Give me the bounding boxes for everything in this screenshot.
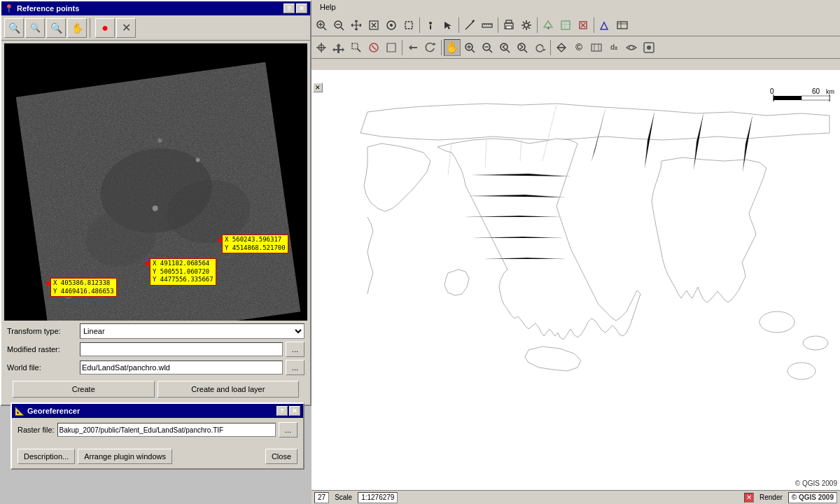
satellite-image	[16, 62, 301, 347]
qgis-menubar: Help	[312, 0, 840, 14]
qgis-toolbar-1: +	[312, 14, 840, 36]
raster-browse-btn[interactable]: ...	[279, 422, 298, 438]
map-svg: 0 60 km	[312, 70, 840, 504]
tb-add-vector[interactable]: +	[540, 17, 556, 34]
world-file-label: World file:	[7, 363, 77, 372]
ref-window-icon: 📍	[4, 4, 14, 13]
svg-point-57	[500, 43, 507, 50]
tb-digitize[interactable]	[596, 17, 613, 34]
svg-rect-36	[561, 21, 570, 29]
toolbar-sep-2	[419, 18, 420, 33]
svg-rect-67	[592, 44, 601, 51]
tb-sep-8	[441, 40, 442, 55]
georef-content: Raster file: ...	[12, 418, 303, 446]
tb-print[interactable]	[500, 17, 517, 34]
tb-measure[interactable]	[461, 17, 478, 34]
tb-zoom-rect[interactable]	[348, 39, 365, 56]
close-btn[interactable]: Close	[265, 449, 298, 464]
tb-pan[interactable]	[348, 17, 365, 34]
panel-close-btn[interactable]: ✕	[313, 83, 323, 92]
svg-rect-40	[617, 22, 627, 29]
qgis-logo-area: © QGIS 2009	[788, 492, 837, 503]
svg-line-63	[520, 45, 523, 47]
scale-label: Scale	[332, 493, 355, 501]
svg-point-18	[390, 24, 393, 27]
georef-close-btn[interactable]: ✕	[289, 406, 300, 416]
modified-raster-input[interactable]	[80, 342, 283, 356]
tb-plugin-1[interactable]	[553, 39, 570, 56]
menu-help[interactable]: Help	[314, 1, 342, 13]
ref-help-btn[interactable]: ?	[284, 4, 295, 13]
stop-render-btn[interactable]: ✕	[744, 493, 754, 503]
coordinate-display: 27	[314, 492, 329, 503]
pan-btn[interactable]: ✋	[67, 18, 87, 38]
gcp-label-2: X 491182.068564 Y 500551.060720 Y 447755…	[150, 258, 216, 286]
ref-close-btn[interactable]: ✕	[296, 4, 307, 13]
qgis-logo: © QGIS 2009	[792, 493, 834, 501]
tb-zoom-layer[interactable]	[383, 17, 400, 34]
world-file-input[interactable]	[80, 360, 283, 374]
tb-snap[interactable]	[405, 39, 421, 56]
svg-point-70	[629, 46, 634, 50]
ref-toolbar: 🔍 🔍 🔍 ✋ ● ✕	[1, 15, 310, 41]
tb-ruler[interactable]	[479, 17, 496, 34]
tb-add-raster[interactable]	[557, 17, 574, 34]
tb-zoom-out[interactable]	[330, 17, 347, 34]
status-bar: 27 Scale 1:1276279 ✕ Render © QGIS 2009	[312, 490, 840, 504]
tb-zoom-in[interactable]	[313, 17, 330, 34]
tb-zoom-in-2[interactable]	[461, 39, 478, 56]
svg-line-55	[489, 50, 492, 52]
create-row: Create Create and load layer	[7, 378, 304, 402]
tb-plugin-6[interactable]	[640, 39, 657, 56]
tb-settings[interactable]	[518, 17, 535, 34]
modified-raster-label: Modified raster:	[7, 345, 77, 354]
scale-display[interactable]: 1:1276279	[358, 492, 398, 503]
tb-zoom-prev[interactable]	[496, 39, 513, 56]
create-load-btn[interactable]: Create and load layer	[158, 381, 300, 398]
svg-rect-22	[430, 25, 431, 29]
tb-select[interactable]	[440, 17, 456, 34]
tb-rotate[interactable]	[422, 39, 439, 56]
modified-raster-browse-btn[interactable]: ...	[286, 342, 304, 357]
zoom-in-btn[interactable]: 🔍	[4, 18, 24, 38]
coord-value: 27	[318, 493, 326, 501]
tb-move[interactable]	[330, 39, 347, 56]
arrange-btn[interactable]: Arrange plugin windows	[78, 449, 172, 464]
tb-crosshair[interactable]	[313, 39, 330, 56]
copyright-text: © QGIS 2009	[795, 479, 837, 487]
transform-select[interactable]: Linear Helmert Polynomial 1 Polynomial 2…	[80, 323, 304, 339]
georef-title: Georeferencer	[27, 407, 80, 415]
svg-text:km: km	[826, 88, 834, 95]
zoom-out-btn[interactable]: 🔍	[25, 18, 45, 38]
world-file-browse-btn[interactable]: ...	[286, 360, 304, 375]
raster-file-input[interactable]	[57, 423, 276, 437]
tb-plugin-3[interactable]	[588, 39, 605, 56]
tb-zoom-next[interactable]	[514, 39, 531, 56]
create-btn[interactable]: Create	[13, 381, 155, 398]
svg-line-60	[503, 47, 505, 49]
tb-remove-layer[interactable]	[575, 17, 592, 34]
tb-plugin-5[interactable]	[623, 39, 640, 56]
delete-btn[interactable]: ✕	[116, 18, 136, 38]
tb-zoom-out-2[interactable]	[479, 39, 496, 56]
gcp-label-1: X 560243.596317 Y 4514868.521700	[222, 234, 288, 253]
zoom-fit-btn[interactable]: 🔍	[46, 18, 66, 38]
tb-identify[interactable]	[422, 17, 439, 34]
add-point-btn[interactable]: ●	[95, 18, 115, 38]
tb-attributes[interactable]	[614, 17, 631, 34]
tb-plugin-4[interactable]: d₂	[606, 39, 622, 56]
tb-zoom-selected[interactable]	[400, 17, 417, 34]
description-btn[interactable]: Description...	[18, 449, 75, 464]
reference-points-window: 📍 Reference points ? ✕ 🔍 🔍 🔍 ✋ ● ✕	[0, 0, 312, 406]
qgis-main-window: Help	[312, 0, 840, 504]
georef-help-btn[interactable]: ?	[276, 406, 288, 416]
tb-hand-active[interactable]: ✋	[444, 39, 461, 56]
tb-plugin-2[interactable]: ©	[570, 39, 587, 56]
svg-line-49	[372, 46, 376, 50]
map-canvas[interactable]: 0 60 km © QGIS 2009	[312, 70, 840, 504]
gcp-label-3: X 405386.812338 Y 4469416.486653	[50, 278, 117, 297]
tb-zoom-extent[interactable]	[365, 17, 382, 34]
tb-digitize2[interactable]	[383, 39, 400, 56]
tb-cancel[interactable]	[365, 39, 382, 56]
tb-refresh[interactable]	[531, 39, 548, 56]
